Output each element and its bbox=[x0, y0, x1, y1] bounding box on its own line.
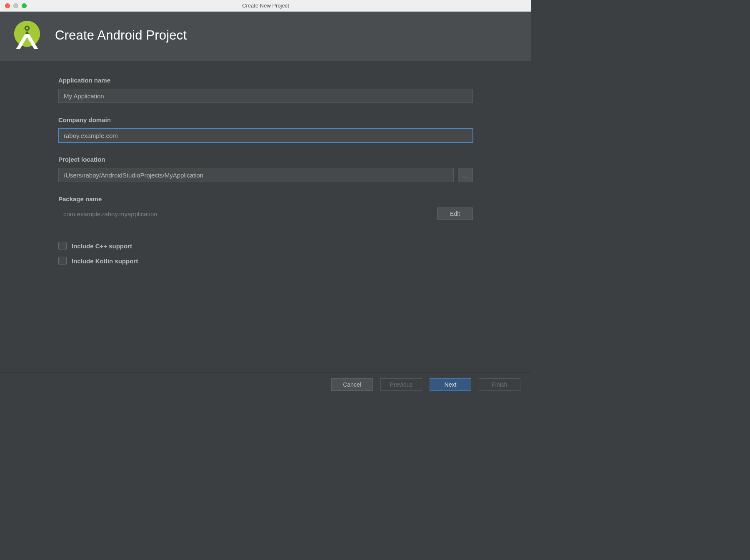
company-domain-input[interactable] bbox=[58, 128, 473, 142]
finish-button: Finish bbox=[479, 378, 520, 391]
application-name-group: Application name bbox=[58, 77, 473, 103]
cpp-support-label: Include C++ support bbox=[72, 242, 132, 250]
package-name-value: com.example.raboy.myapplication bbox=[58, 208, 162, 220]
kotlin-support-checkbox[interactable] bbox=[58, 257, 67, 265]
package-name-label: Package name bbox=[58, 195, 473, 202]
page-title: Create Android Project bbox=[55, 28, 187, 43]
cpp-support-checkbox[interactable] bbox=[58, 242, 67, 250]
application-name-input[interactable] bbox=[58, 89, 473, 103]
company-domain-group: Company domain bbox=[58, 116, 473, 142]
next-button[interactable]: Next bbox=[430, 378, 471, 391]
kotlin-support-label: Include Kotlin support bbox=[72, 258, 138, 265]
android-studio-logo-icon bbox=[11, 19, 43, 52]
footer-buttons: Cancel Previous Next Finish bbox=[0, 372, 531, 397]
project-location-group: Project location … bbox=[58, 156, 473, 182]
company-domain-label: Company domain bbox=[58, 116, 473, 123]
cancel-button[interactable]: Cancel bbox=[331, 378, 373, 391]
form-content: Application name Company domain Project … bbox=[0, 61, 531, 372]
project-location-label: Project location bbox=[58, 156, 473, 163]
application-name-label: Application name bbox=[58, 77, 473, 84]
window-title: Create New Project bbox=[0, 2, 531, 9]
titlebar: Create New Project bbox=[0, 0, 531, 12]
svg-point-2 bbox=[26, 27, 28, 29]
package-name-group: Package name com.example.raboy.myapplica… bbox=[58, 195, 473, 220]
cpp-support-row[interactable]: Include C++ support bbox=[58, 242, 473, 250]
project-location-input[interactable] bbox=[58, 168, 454, 182]
previous-button: Previous bbox=[380, 378, 422, 391]
browse-location-button[interactable]: … bbox=[458, 168, 473, 182]
edit-package-button[interactable]: Edit bbox=[437, 208, 473, 220]
banner: Create Android Project bbox=[0, 12, 531, 61]
kotlin-support-row[interactable]: Include Kotlin support bbox=[58, 257, 473, 265]
